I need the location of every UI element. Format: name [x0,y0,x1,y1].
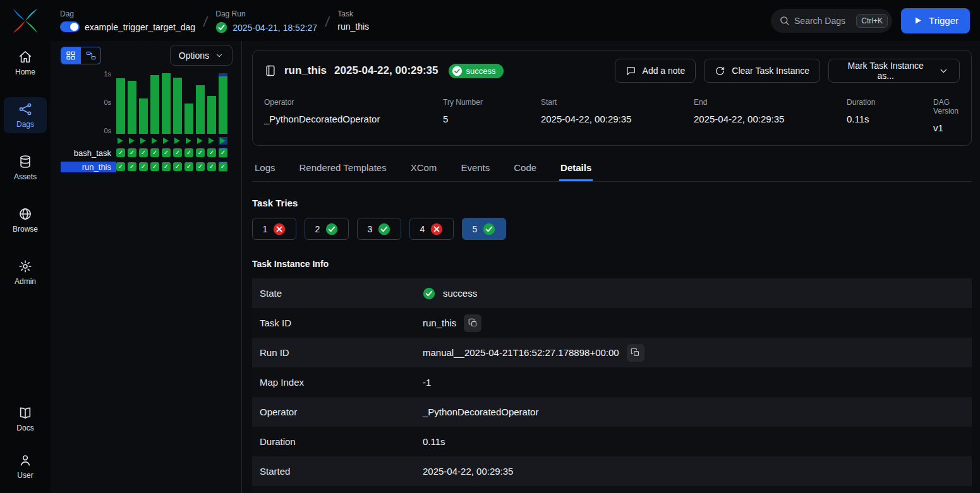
dag-run-state-icon[interactable] [207,137,216,145]
airflow-pinwheel-icon [11,7,39,35]
task-instance-cell[interactable]: ✓ [185,148,193,158]
graph-view-button[interactable] [81,47,101,64]
task-instance-cell[interactable]: ✓ [207,162,216,172]
sidebar-item-user[interactable]: User [4,448,47,484]
task-instance-cell[interactable]: ✓ [173,162,182,172]
run-duration-bar[interactable] [196,73,205,134]
task-try-button-5[interactable]: 5 [462,218,506,240]
task-instance-cell[interactable]: ✓ [196,162,205,172]
sidebar-item-assets[interactable]: Assets [4,150,47,186]
run-duration-bar[interactable] [173,73,182,134]
sidebar-item-docs[interactable]: Docs [4,401,47,437]
tab-details[interactable]: Details [559,155,593,181]
mark-task-instance-as-button[interactable]: Mark Task Instance as... [828,59,960,83]
task-instance-cell[interactable]: ✓ [128,162,136,172]
task-instance-cell[interactable]: ✓ [150,148,159,158]
airflow-logo[interactable] [0,0,51,41]
meta-operator: Operator_PythonDecoratedOperator [264,98,443,133]
task-try-button-1[interactable]: 1 [252,218,296,240]
run-duration-bar[interactable] [219,73,227,134]
info-value: 2025-04-22, 00:29:35 [423,466,964,477]
tab-events[interactable]: Events [459,155,491,181]
grid-task-label-run-this[interactable]: run_this [61,162,116,172]
tab-xcom[interactable]: XCom [409,155,439,181]
run-duration-bar[interactable] [116,73,125,134]
task-instance-cell[interactable]: ✓ [173,148,182,158]
search-input[interactable] [794,16,852,26]
task-instance-cell[interactable]: ✓ [219,148,227,158]
clear-task-instance-button[interactable]: Clear Task Instance [704,59,820,83]
trigger-button[interactable]: Trigger [901,8,970,33]
duration-bar-fill [185,104,193,134]
info-value: 0.11s [423,436,964,447]
run-duration-bar[interactable] [207,73,216,134]
dag-run-state-icon[interactable] [173,137,182,145]
meta-label: Duration [847,98,933,107]
sidebar-item-home[interactable]: Home [4,45,47,81]
run-duration-bar[interactable] [185,73,193,134]
value-text: 0.11s [423,436,445,447]
dag-run-state-icon[interactable] [150,137,159,145]
sidebar-item-dags[interactable]: Dags [4,97,47,133]
dag-run-state-icon[interactable] [116,137,125,145]
options-button[interactable]: Options [170,45,233,66]
grid-panel: Options 1s 0s 0s bash_task✓✓✓✓✓✓✓✓✓✓run_… [51,41,242,493]
dag-run-state-icon[interactable] [139,137,148,145]
info-value: success [423,287,964,300]
dag-name-link[interactable]: example_trigger_target_dag [85,22,195,32]
docs-icon [18,406,32,420]
run-duration-bar[interactable] [139,73,148,134]
grid-toolbar: Options [61,45,233,66]
info-row-run-id: Run IDmanual__2025-04-21T16:52:27.178898… [252,338,972,367]
task-instance-cell[interactable]: ✓ [150,162,159,172]
note-icon [626,66,636,76]
sidebar-item-admin[interactable]: Admin [4,254,47,290]
copy-button[interactable] [627,344,644,362]
task-try-button-2[interactable]: 2 [305,218,349,240]
task-instance-cell[interactable]: ✓ [207,148,216,158]
dag-pause-toggle[interactable] [60,21,80,32]
search-box[interactable]: Ctrl+K [771,9,892,33]
task-instance-cell[interactable]: ✓ [139,162,148,172]
task-icon [264,64,277,77]
try-number: 3 [368,224,373,234]
task-try-button-3[interactable]: 3 [357,218,401,240]
task-instance-cell[interactable]: ✓ [116,162,125,172]
task-instance-cell[interactable]: ✓ [139,148,148,158]
info-row-operator: Operator_PythonDecoratedOperator [252,397,972,427]
copy-icon [631,348,640,357]
run-duration-bar[interactable] [162,73,171,134]
sidebar-item-browse[interactable]: Browse [4,202,47,238]
info-label: Run ID [260,347,423,358]
run-duration-bar[interactable] [150,73,159,134]
chevron-down-icon [938,66,949,76]
tab-code[interactable]: Code [512,155,538,181]
grid-task-label-bash-task[interactable]: bash_task [61,148,116,158]
tab-rendered-templates[interactable]: Rendered Templates [298,155,388,181]
add-note-button[interactable]: Add a note [615,59,696,83]
task-instance-cell[interactable]: ✓ [219,162,227,172]
dag-run-state-icon[interactable] [162,137,171,145]
tab-logs[interactable]: Logs [253,155,277,181]
dag-run-state-icon[interactable] [185,137,193,145]
state-text: success [443,288,477,299]
sidebar-nav-top: HomeDagsAssetsBrowseAdmin [0,41,51,294]
dag-run-link[interactable]: 2025-04-21, 18:52:27 [233,23,317,33]
dag-run-label: Dag Run [215,9,317,18]
grid-view-button[interactable] [61,47,81,64]
meta-label: Start [541,98,694,107]
run-duration-bar[interactable] [128,73,136,134]
dag-run-state-icon[interactable] [219,137,227,145]
meta-duration: Duration0.11s [847,98,933,133]
task-instance-cell[interactable]: ✓ [162,148,171,158]
task-instance-cell[interactable]: ✓ [128,148,136,158]
info-label: Started [260,466,423,477]
dag-run-state-icon[interactable] [128,137,136,145]
task-instance-cell[interactable]: ✓ [162,162,171,172]
task-instance-cell[interactable]: ✓ [116,148,125,158]
copy-button[interactable] [464,314,481,332]
task-try-button-4[interactable]: 4 [409,218,454,240]
task-instance-cell[interactable]: ✓ [196,148,205,158]
dag-run-state-icon[interactable] [196,137,205,145]
task-instance-cell[interactable]: ✓ [185,162,193,172]
